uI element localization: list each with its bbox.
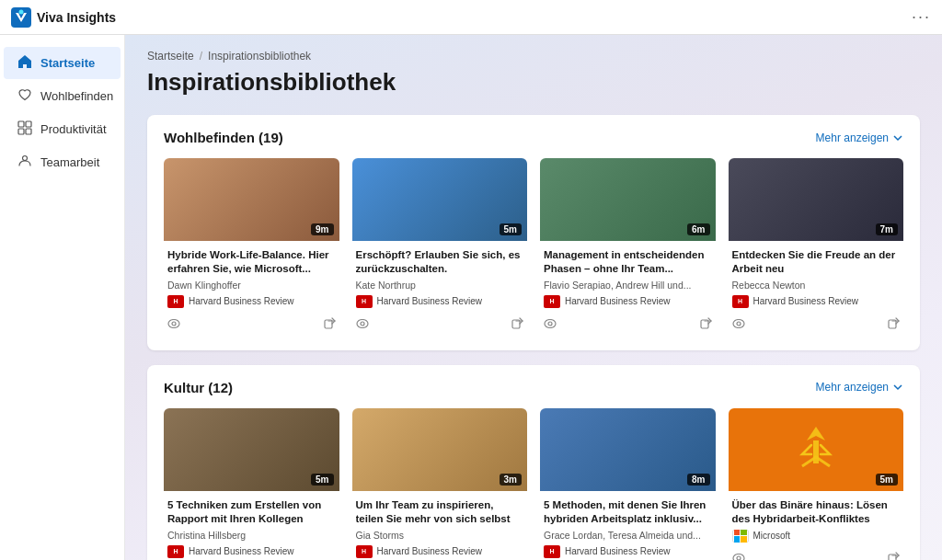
card-actions: [167, 314, 336, 332]
sidebar-item-teamarbeit[interactable]: Teamarbeit: [4, 146, 121, 178]
card-source: HHarvard Business Review: [544, 295, 712, 308]
svg-point-20: [733, 320, 744, 328]
view-icon[interactable]: [544, 317, 557, 331]
svg-point-13: [361, 322, 364, 326]
breadcrumb-sep: /: [200, 50, 202, 63]
card-source: HHarvard Business Review: [732, 295, 901, 308]
mehr-anzeigen-kultur[interactable]: Mehr anzeigen: [816, 381, 903, 394]
share-icon[interactable]: [888, 317, 900, 332]
source-name: Harvard Business Review: [565, 296, 671, 306]
svg-point-38: [737, 556, 741, 560]
svg-rect-6: [26, 129, 31, 134]
svg-point-17: [548, 322, 552, 326]
card-wohlbefinden-3[interactable]: 7mEntdecken Sie die Freude an der Arbeit…: [729, 158, 904, 336]
app-title: Viva Insights: [37, 10, 116, 25]
svg-point-12: [357, 320, 368, 328]
view-icon[interactable]: [356, 317, 369, 331]
card-wohlbefinden-0[interactable]: 9mHybride Work-Life-Balance. Hier erfahr…: [164, 158, 339, 336]
mehr-anzeigen-wohlbefinden[interactable]: Mehr anzeigen: [816, 131, 903, 144]
card-author: Flavio Serapiao, Andrew Hill und...: [544, 280, 712, 291]
svg-rect-4: [26, 121, 31, 127]
sidebar-label-startseite: Startseite: [40, 56, 95, 70]
card-body: Management in entscheidenden Phasen – oh…: [540, 241, 716, 336]
svg-rect-5: [18, 129, 24, 134]
content-area: Startseite / Inspirationsbibliothek Insp…: [125, 35, 942, 560]
card-wohlbefinden-2[interactable]: 6mManagement in entscheidenden Phasen – …: [540, 158, 716, 336]
card-duration: 6m: [687, 223, 709, 235]
source-badge: H: [167, 295, 184, 308]
svg-point-2: [19, 9, 24, 14]
card-kultur-0[interactable]: 5m5 Techniken zum Erstellen von Rapport …: [164, 408, 339, 560]
breadcrumb-home[interactable]: Startseite: [147, 50, 194, 63]
card-thumbnail: 8m: [540, 408, 716, 491]
card-title: Erschöpft? Erlauben Sie sich, es zurückz…: [356, 248, 524, 276]
share-icon[interactable]: [888, 552, 900, 560]
svg-rect-36: [813, 440, 819, 463]
card-kultur-1[interactable]: 3mUm Ihr Team zu inspirieren, teilen Sie…: [352, 408, 528, 560]
card-thumbnail: 5m: [352, 158, 528, 241]
sidebar-label-produktivitat: Produktivität: [40, 122, 107, 136]
card-kultur-3[interactable]: 5mÜber das Binäre hinaus: Lösen des Hybr…: [729, 408, 904, 560]
svg-point-16: [545, 320, 556, 328]
card-thumbnail: 5m: [164, 408, 339, 491]
view-icon[interactable]: [732, 552, 745, 560]
svg-point-21: [737, 322, 741, 326]
card-duration: 8m: [687, 474, 709, 486]
section-title-wohlbefinden: Wohlbefinden (19): [164, 130, 283, 145]
card-author: Kate Northrup: [356, 280, 524, 291]
section-title-kultur: Kultur (12): [164, 380, 233, 395]
svg-point-8: [168, 320, 179, 328]
card-source: HHarvard Business Review: [167, 295, 336, 308]
card-source: HHarvard Business Review: [544, 545, 712, 558]
card-source: Microsoft: [732, 530, 901, 543]
cards-grid-wohlbefinden: 9mHybride Work-Life-Balance. Hier erfahr…: [164, 158, 903, 336]
sidebar-item-startseite[interactable]: Startseite: [4, 47, 121, 79]
sidebar-item-produktivitat[interactable]: Produktivität: [4, 113, 121, 145]
card-title: Management in entscheidenden Phasen – oh…: [544, 248, 712, 276]
card-thumbnail: 5m: [729, 408, 904, 491]
card-author: Christina Hillsberg: [167, 530, 336, 541]
card-author: Dawn Klinghoffer: [167, 280, 336, 291]
view-icon[interactable]: [732, 317, 745, 331]
cards-grid-kultur: 5m5 Techniken zum Erstellen von Rapport …: [164, 408, 903, 560]
card-source: HHarvard Business Review: [167, 545, 336, 558]
card-thumbnail: 9m: [164, 158, 339, 241]
section-header-kultur: Kultur (12)Mehr anzeigen: [164, 380, 903, 395]
card-kultur-2[interactable]: 8m5 Methoden, mit denen Sie Ihren hybrid…: [540, 408, 716, 560]
card-author: Grace Lordan, Teresa Almeida und...: [544, 530, 712, 541]
source-name: Harvard Business Review: [189, 296, 294, 306]
source-badge: H: [544, 295, 560, 308]
card-duration: 5m: [311, 474, 333, 486]
view-icon[interactable]: [167, 317, 180, 331]
svg-point-7: [23, 156, 28, 161]
more-options-button[interactable]: ···: [912, 7, 931, 27]
card-title: Um Ihr Team zu inspirieren, teilen Sie m…: [356, 498, 524, 526]
card-thumbnail: 3m: [352, 408, 528, 491]
source-name: Microsoft: [753, 531, 791, 541]
breadcrumb-current: Inspirationsbibliothek: [208, 50, 311, 63]
card-wohlbefinden-1[interactable]: 5mErschöpft? Erlauben Sie sich, es zurüc…: [352, 158, 528, 336]
share-icon[interactable]: [324, 317, 336, 332]
sidebar-icon-produktivitat: [17, 120, 33, 138]
source-name: Harvard Business Review: [377, 296, 483, 306]
source-badge: H: [167, 545, 184, 558]
card-title: 5 Methoden, mit denen Sie Ihren hybriden…: [544, 498, 712, 526]
svg-point-37: [733, 554, 744, 560]
source-name: Harvard Business Review: [189, 546, 294, 556]
share-icon[interactable]: [511, 317, 523, 332]
source-badge: H: [356, 545, 373, 558]
viva-logo-icon: [11, 7, 31, 28]
content-inner: Startseite / Inspirationsbibliothek Insp…: [125, 35, 942, 560]
section-header-wohlbefinden: Wohlbefinden (19)Mehr anzeigen: [164, 130, 903, 145]
card-actions: [356, 314, 524, 332]
card-duration: 5m: [500, 223, 522, 235]
share-icon[interactable]: [700, 317, 712, 332]
svg-point-9: [172, 322, 176, 326]
card-body: Um Ihr Team zu inspirieren, teilen Sie m…: [352, 491, 528, 560]
card-title: Über das Binäre hinaus: Lösen des Hybrid…: [732, 498, 901, 526]
sidebar-item-wohlbefinden[interactable]: Wohlbefinden: [4, 80, 121, 112]
breadcrumb: Startseite / Inspirationsbibliothek: [147, 50, 920, 63]
card-actions: [732, 314, 901, 332]
card-body: 5 Techniken zum Erstellen von Rapport mi…: [164, 491, 339, 560]
card-body: 5 Methoden, mit denen Sie Ihren hybriden…: [540, 491, 716, 560]
